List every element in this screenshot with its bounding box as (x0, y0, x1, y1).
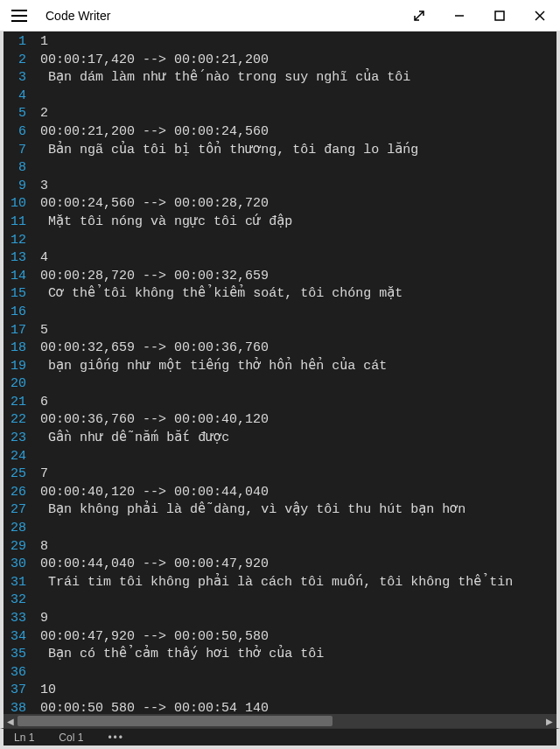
line-number: 13 (10, 249, 26, 268)
status-bar: Ln 1 Col 1 ••• (0, 728, 560, 749)
line-number-gutter: 1234567891011121314151617181920212223242… (4, 32, 35, 728)
code-content[interactable]: 100:00:17,420 --> 00:00:21,200 Bạn dám l… (35, 32, 556, 728)
line-number: 34 (10, 628, 26, 647)
maximize-icon (494, 10, 506, 22)
line-number: 32 (10, 592, 26, 610)
line-number: 35 (10, 646, 26, 664)
svg-rect-5 (495, 11, 504, 20)
line-number: 18 (10, 340, 26, 358)
line-number: 8 (10, 159, 26, 178)
expand-button[interactable] (399, 0, 439, 32)
line-number: 1 (10, 33, 26, 52)
line-number: 29 (10, 538, 26, 556)
line-number: 15 (10, 285, 26, 304)
line-number: 31 (10, 574, 26, 592)
scroll-thumb[interactable] (18, 716, 332, 726)
code-line[interactable]: bạn giống như một tiếng thở hổn hển của … (40, 358, 551, 376)
scroll-track[interactable] (18, 714, 542, 728)
line-number: 2 (10, 52, 26, 70)
line-number: 28 (10, 520, 26, 538)
code-line[interactable]: 8 (40, 538, 551, 556)
scroll-right-arrow[interactable]: ▶ (542, 714, 556, 728)
code-line[interactable]: 7 (40, 466, 551, 484)
code-line[interactable] (40, 232, 551, 250)
menu-button[interactable] (0, 0, 38, 32)
code-line[interactable]: 00:00:32,659 --> 00:00:36,760 (40, 340, 551, 358)
code-line[interactable]: 4 (40, 249, 551, 268)
code-line[interactable] (40, 88, 551, 106)
maximize-button[interactable] (480, 0, 520, 32)
line-number: 19 (10, 358, 26, 376)
code-line[interactable]: 2 (40, 105, 551, 123)
code-line[interactable] (40, 375, 551, 394)
close-icon (534, 10, 546, 22)
status-line[interactable]: Ln 1 (14, 732, 34, 744)
line-number: 16 (10, 304, 26, 322)
code-line[interactable]: 00:00:28,720 --> 00:00:32,659 (40, 268, 551, 286)
code-line[interactable] (40, 159, 551, 178)
minimize-icon (453, 10, 466, 22)
line-number: 3 (10, 69, 26, 88)
expand-icon (413, 10, 425, 22)
hamburger-icon (11, 10, 27, 22)
minimize-button[interactable] (439, 0, 480, 32)
line-number: 24 (10, 448, 26, 466)
line-number: 10 (10, 195, 26, 214)
line-number: 26 (10, 484, 26, 502)
line-number: 20 (10, 375, 26, 394)
line-number: 21 (10, 394, 26, 412)
line-number: 36 (10, 664, 26, 682)
line-number: 14 (10, 268, 26, 286)
line-number: 27 (10, 501, 26, 520)
code-line[interactable] (40, 304, 551, 322)
code-line[interactable]: Bạn không phải là dễ dàng, vì vậy tôi th… (40, 501, 551, 520)
code-line[interactable]: 3 (40, 178, 551, 196)
code-line[interactable]: 00:00:24,560 --> 00:00:28,720 (40, 195, 551, 214)
code-line[interactable]: Trái tim tôi không phải là cách tôi muốn… (40, 574, 551, 592)
code-line[interactable]: Bản ngã của tôi bị tổn thương, tôi đang … (40, 142, 551, 160)
code-line[interactable] (40, 448, 551, 466)
scroll-left-arrow[interactable]: ◀ (4, 714, 18, 728)
line-number: 12 (10, 232, 26, 250)
code-line[interactable]: Bạn có thể cảm thấy hơi thở của tôi (40, 646, 551, 664)
code-line[interactable]: 5 (40, 322, 551, 340)
line-number: 9 (10, 178, 26, 196)
line-number: 22 (10, 411, 26, 430)
code-line[interactable]: 00:00:47,920 --> 00:00:50,580 (40, 628, 551, 647)
code-line[interactable]: Cơ thể tôi không thể kiểm soát, tôi chón… (40, 285, 551, 304)
editor-area[interactable]: 1234567891011121314151617181920212223242… (0, 32, 560, 728)
code-line[interactable]: 6 (40, 394, 551, 412)
code-line[interactable] (40, 520, 551, 538)
window-title: Code Writer (38, 9, 399, 23)
line-number: 23 (10, 430, 26, 448)
line-number: 4 (10, 88, 26, 106)
code-line[interactable] (40, 664, 551, 682)
status-more[interactable]: ••• (108, 732, 124, 744)
line-number: 11 (10, 214, 26, 232)
horizontal-scrollbar[interactable]: ◀ ▶ (4, 714, 556, 728)
line-number: 7 (10, 142, 26, 160)
line-number: 17 (10, 322, 26, 340)
code-line[interactable]: 00:00:44,040 --> 00:00:47,920 (40, 556, 551, 574)
code-line[interactable]: 1 (40, 33, 551, 52)
line-number: 33 (10, 610, 26, 628)
line-number: 37 (10, 682, 26, 700)
code-line[interactable]: 10 (40, 682, 551, 700)
code-line[interactable]: 00:00:17,420 --> 00:00:21,200 (40, 52, 551, 70)
titlebar: Code Writer (0, 0, 560, 32)
code-line[interactable]: 00:00:21,200 --> 00:00:24,560 (40, 123, 551, 142)
line-number: 5 (10, 105, 26, 123)
code-line[interactable]: 00:00:36,760 --> 00:00:40,120 (40, 411, 551, 430)
code-line[interactable]: Bạn dám làm như thế nào trong suy nghĩ c… (40, 69, 551, 88)
line-number: 6 (10, 123, 26, 142)
line-number: 25 (10, 466, 26, 484)
svg-line-3 (415, 11, 424, 20)
code-line[interactable]: 00:00:40,120 --> 00:00:44,040 (40, 484, 551, 502)
code-line[interactable]: Mặt tôi nóng và ngực tôi cứ đập (40, 214, 551, 232)
line-number: 30 (10, 556, 26, 574)
code-line[interactable] (40, 592, 551, 610)
code-line[interactable]: 9 (40, 610, 551, 628)
close-button[interactable] (520, 0, 560, 32)
code-line[interactable]: Gần như dễ nắm bắt được (40, 430, 551, 448)
status-col[interactable]: Col 1 (59, 732, 83, 744)
